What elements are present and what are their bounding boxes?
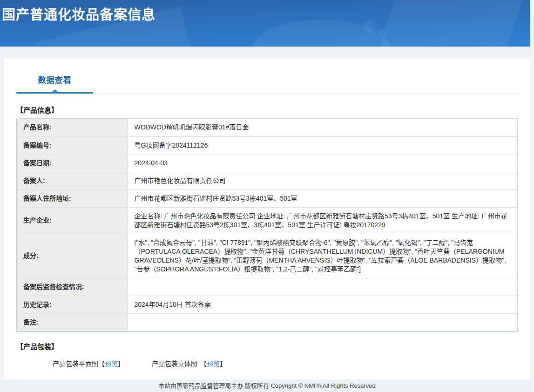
table-row: 产品名称: WODWOD糯叽叽爆闪眼影膏01#落日金 <box>17 119 517 136</box>
table-row: 备案人: 广州市艳色化妆品有限责任公司 <box>17 172 517 189</box>
row-label: 成分: <box>17 234 128 278</box>
tab-active-underline <box>16 92 93 94</box>
product-info-section-title: 【产品信息】 <box>16 105 518 115</box>
bracket-close: 】 <box>220 360 226 367</box>
table-row: 备案编号: 粤G妆网备字2024112126 <box>17 136 517 154</box>
page-header: 国产普通化妆品备案信息 <box>0 0 530 47</box>
row-label: 备案编号: <box>17 136 128 154</box>
row-value <box>128 278 517 296</box>
row-value: ["水", "合成氟金云母", "甘油", "CI 77891", "聚丙烯酸酯… <box>128 234 517 278</box>
row-label: 备案日期: <box>17 154 128 172</box>
row-label: 备注: <box>17 313 128 331</box>
row-label: 备案人住所地址: <box>17 189 128 207</box>
row-label: 生产企业: <box>17 207 128 234</box>
row-value: 企业名称: 广州市艳色化妆品有限责任公司 企业地址: 广州市花都区新雅街石塘村庄… <box>128 207 517 234</box>
row-label: 备案人: <box>17 172 128 189</box>
table-row: 备案日期: 2024-04-03 <box>17 154 517 172</box>
tab-data-view[interactable]: 数据查看 <box>16 71 93 92</box>
packaging-3d-label: 产品包装立体图 <box>152 360 197 367</box>
packaging-section-title: 【产品包装】 <box>16 341 518 351</box>
table-row: 生产企业: 企业名称: 广州市艳色化妆品有限责任公司 企业地址: 广州市花都区新… <box>17 207 517 234</box>
product-info-table: 产品名称: WODWOD糯叽叽爆闪眼影膏01#落日金 备案编号: 粤G妆网备字2… <box>16 118 518 332</box>
header-decoration-circle <box>363 20 375 33</box>
packaging-row: 产品包装平面图【预览】 产品包装立体图【预览】 <box>53 358 518 368</box>
content-panel: 数据查看 【产品信息】 产品名称: WODWOD糯叽叽爆闪眼影膏01#落日金 备… <box>4 58 530 379</box>
row-value: 广州市艳色化妆品有限责任公司 <box>128 172 517 189</box>
packaging-flat-preview-link[interactable]: 预览 <box>105 360 118 367</box>
row-value: 2024-04-03 <box>128 154 517 172</box>
tab-bar: 数据查看 <box>16 71 518 92</box>
table-row: 备案后监督检查情况: <box>17 278 517 296</box>
bracket-open: 【 <box>98 360 105 367</box>
scrollbar-track[interactable] <box>530 0 534 392</box>
row-value: 广州市花都区新雅街石塘村庄贤路53号3栋401室、501室 <box>128 189 517 207</box>
packaging-flat-group: 产品包装平面图【预览】 <box>53 358 124 368</box>
packaging-3d-group: 产品包装立体图【预览】 <box>152 358 226 368</box>
footer: 本站由国家药品监督管理局主办 版权所有 Copyright © NMPA All… <box>0 379 534 392</box>
header-decoration-rect <box>378 0 524 47</box>
row-value <box>128 313 517 331</box>
row-value: 2024年04月10日 首次备案 <box>128 296 517 313</box>
tab-active-pointer-icon <box>52 89 58 92</box>
table-row: 备注: <box>17 313 517 331</box>
packaging-3d-preview-link[interactable]: 预览 <box>207 360 220 367</box>
row-label: 产品名称: <box>17 119 128 136</box>
row-label: 备案后监督检查情况: <box>17 278 128 296</box>
packaging-flat-label: 产品包装平面图 <box>53 360 98 367</box>
table-row: 成分: ["水", "合成氟金云母", "甘油", "CI 77891", "聚… <box>17 234 517 278</box>
bracket-open: 【 <box>200 360 207 367</box>
tab-divider <box>16 92 518 94</box>
row-value: WODWOD糯叽叽爆闪眼影膏01#落日金 <box>128 119 517 136</box>
table-row: 备案人住所地址: 广州市花都区新雅街石塘村庄贤路53号3栋401室、501室 <box>17 189 517 207</box>
table-row: 历史记录: 2024年04月10日 首次备案 <box>17 296 517 313</box>
bracket-close: 】 <box>118 360 124 367</box>
row-value: 粤G妆网备字2024112126 <box>128 136 517 154</box>
row-label: 历史记录: <box>17 296 128 313</box>
page-title: 国产普通化妆品备案信息 <box>2 4 155 23</box>
